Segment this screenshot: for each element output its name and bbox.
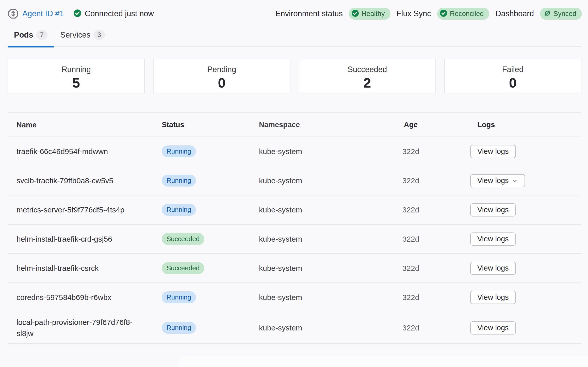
pods-table: Name Status Namespace Age Logs traefik-6… [8, 112, 581, 344]
pod-age: 322d [390, 176, 431, 185]
table-row: helm-install-traefik-crd-gsj56 Succeeded… [8, 225, 581, 254]
dashboard-badge: Synced [540, 8, 582, 20]
environment-status-value: Healthy [362, 10, 385, 18]
status-badge: Running [162, 204, 196, 216]
stat-label: Succeeded [299, 65, 435, 74]
environment-status-badge: Healthy [349, 8, 390, 20]
status-badge: Succeeded [162, 262, 204, 274]
page-header: Agent ID #1 Connected just now Environme… [0, 0, 588, 20]
table-row: local-path-provisioner-79f67d76f8-sl8jw … [8, 312, 581, 344]
column-header-namespace: Namespace [251, 121, 390, 129]
column-header-status: Status [154, 121, 251, 129]
table-row: svclb-traefik-79ffb0a8-cw5v5 Running kub… [8, 166, 581, 195]
status-badge: Running [162, 291, 196, 303]
agent-link[interactable]: Agent ID #1 [22, 9, 64, 18]
stat-card-failed: Failed 0 [444, 59, 581, 93]
connection-status: Connected just now [85, 9, 154, 18]
tab-pods[interactable]: Pods 7 [8, 27, 54, 46]
pod-name: helm-install-traefik-csrck [8, 263, 154, 274]
view-logs-dropdown-button[interactable]: View logs [470, 174, 525, 187]
status-badge: Running [162, 145, 196, 157]
column-header-logs: Logs [431, 121, 581, 129]
table-row: metrics-server-5f9f776df5-4ts4p Running … [8, 195, 581, 225]
pod-namespace: kube-system [251, 293, 390, 302]
tab-services-label: Services [60, 30, 90, 40]
tab-pods-label: Pods [14, 30, 33, 40]
stat-value: 2 [299, 75, 435, 91]
view-logs-button[interactable]: View logs [470, 262, 516, 275]
pod-namespace: kube-system [251, 176, 390, 185]
flux-sync-badge: Reconciled [437, 8, 489, 20]
dashboard-value: Synced [553, 10, 576, 18]
view-logs-button[interactable]: View logs [470, 145, 516, 158]
chevron-down-icon [512, 178, 518, 184]
environment-status-label: Environment status [275, 9, 343, 18]
view-logs-button[interactable]: View logs [470, 291, 516, 304]
synced-icon [544, 9, 551, 18]
pod-namespace: kube-system [251, 206, 390, 214]
connected-check-icon [73, 9, 82, 19]
pod-namespace: kube-system [251, 235, 390, 243]
pod-namespace: kube-system [251, 264, 390, 273]
stat-value: 5 [8, 75, 144, 91]
flux-sync-label: Flux Sync [397, 9, 431, 18]
dashboard-label: Dashboard [495, 9, 534, 18]
agent-icon [8, 8, 19, 19]
flux-sync-value: Reconciled [450, 10, 484, 18]
pod-age: 322d [390, 147, 431, 156]
pod-age: 322d [390, 293, 431, 302]
reconciled-check-icon [439, 9, 448, 18]
pod-namespace: kube-system [251, 324, 390, 332]
pod-name: traefik-66c46d954f-mdwwn [8, 146, 154, 157]
stat-label: Failed [445, 65, 581, 74]
stat-card-succeeded: Succeeded 2 [299, 59, 436, 93]
pod-age: 322d [390, 206, 431, 214]
stat-label: Pending [154, 65, 290, 74]
table-header-row: Name Status Namespace Age Logs [8, 113, 581, 137]
stat-value: 0 [154, 75, 290, 91]
tab-pods-count: 7 [36, 30, 47, 40]
summary-cards: Running 5 Pending 0 Succeeded 2 Failed 0 [8, 59, 581, 93]
pod-name: svclb-traefik-79ffb0a8-cw5v5 [8, 175, 154, 186]
status-badge: Succeeded [162, 233, 204, 245]
pod-name: coredns-597584b69b-r6wbx [8, 292, 154, 303]
table-row: traefik-66c46d954f-mdwwn Running kube-sy… [8, 137, 581, 166]
bottom-sheet-edge [178, 356, 588, 367]
status-badge: Running [162, 322, 196, 334]
tab-services[interactable]: Services 3 [54, 27, 111, 46]
pod-name: helm-install-traefik-crd-gsj56 [8, 233, 154, 245]
pod-namespace: kube-system [251, 147, 390, 156]
view-logs-button[interactable]: View logs [470, 321, 516, 335]
column-header-name: Name [8, 119, 154, 130]
table-row: coredns-597584b69b-r6wbx Running kube-sy… [8, 283, 581, 312]
stat-card-running: Running 5 [8, 59, 145, 93]
pod-age: 322d [390, 324, 431, 332]
stat-card-pending: Pending 0 [153, 59, 290, 93]
view-logs-button[interactable]: View logs [470, 203, 516, 216]
pod-age: 322d [390, 235, 431, 243]
table-row: helm-install-traefik-csrck Succeeded kub… [8, 254, 581, 283]
stat-label: Running [8, 65, 144, 74]
healthy-check-icon [351, 9, 359, 18]
view-logs-button[interactable]: View logs [470, 232, 516, 246]
pod-age: 322d [390, 264, 431, 273]
status-badge: Running [162, 175, 196, 187]
pod-name: metrics-server-5f9f776df5-4ts4p [8, 204, 154, 215]
stat-value: 0 [445, 75, 581, 91]
tab-services-count: 3 [93, 30, 105, 40]
column-header-age: Age [390, 121, 431, 129]
tab-bar: Pods 7 Services 3 [8, 27, 581, 47]
pod-name: local-path-provisioner-79f67d76f8-sl8jw [8, 317, 154, 339]
